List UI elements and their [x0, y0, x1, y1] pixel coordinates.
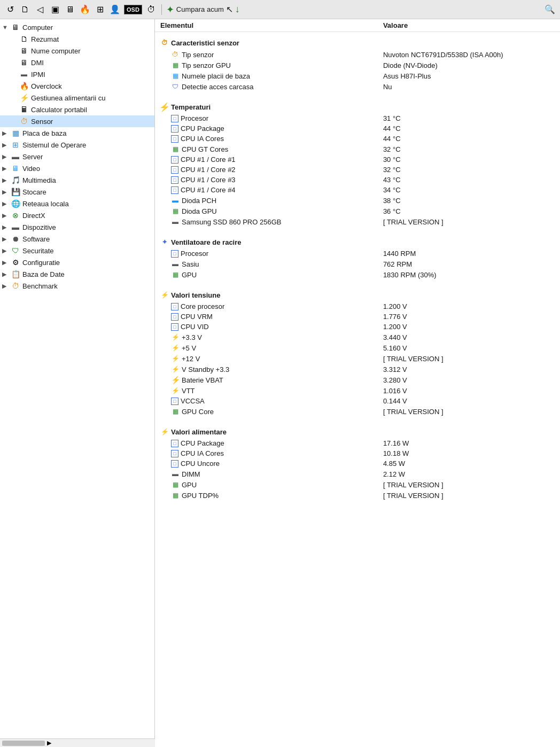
sidebar-item-gestiunea[interactable]: ⚡ Gestiunea alimentarii cu — [0, 92, 154, 104]
v12-icon: ⚡ — [171, 354, 180, 363]
sidebar-item-configuratie[interactable]: ▶ ⚙ Configuratie — [0, 256, 154, 268]
refresh-icon[interactable]: ↺ — [4, 4, 16, 15]
clock-icon[interactable]: ⏱ — [145, 4, 157, 15]
sasiu-value: 762 RPM — [378, 259, 560, 269]
section-valoriten-label: Valori tensiune — [171, 291, 220, 299]
sidebar-hscroll[interactable]: ▶ — [0, 738, 155, 747]
sidebar-label-securitate: Securitate — [22, 247, 54, 255]
gpu-core-volt-icon: ▦ — [171, 407, 180, 416]
expand-directx: ▶ — [2, 212, 10, 219]
cursor-icon: ↖ — [226, 4, 233, 14]
sidebar-item-sensor[interactable]: ⏱ Sensor — [0, 115, 154, 127]
sistemul-icon: ⊞ — [11, 140, 20, 150]
calculator-icon: 🖩 — [19, 105, 29, 114]
section-valoriali-label: Valori alimentare — [171, 428, 227, 436]
sidebar-item-sistemul[interactable]: ▶ ⊞ Sistemul de Operare — [0, 139, 154, 151]
sidebar-item-baza[interactable]: ▶ 📋 Baza de Date — [0, 268, 154, 280]
sidebar-item-stocare[interactable]: ▶ 💾 Stocare — [0, 186, 154, 198]
sidebar-item-video[interactable]: ▶ 🖥 Video — [0, 162, 154, 174]
sensor-table: Elementul Valoare ⏱ Caracteristici senzo… — [155, 19, 560, 501]
cpu-ia-cores-temp-label: CPU IA Cores — [181, 135, 224, 143]
sidebar-item-benchmark[interactable]: ▶ ⏱ Benchmark — [0, 280, 154, 292]
sidebar-item-reteaua[interactable]: ▶ 🌐 Reteaua locala — [0, 198, 154, 209]
dioda-pch-value: 38 °C — [378, 195, 560, 206]
buy-now-button[interactable]: ✦ Cumpara acum ↖ ↓ — [166, 4, 240, 15]
section-temperaturi: ⚡ Temperaturi — [155, 96, 560, 113]
col-value-header: Valoare — [378, 19, 560, 32]
sidebar-item-calculator[interactable]: 🖩 Calculator portabil — [0, 104, 154, 115]
server-icon: ▬ — [11, 152, 20, 161]
vstandby-icon: ⚡ — [171, 365, 180, 374]
sensor-section-icon: ⏱ — [160, 38, 169, 47]
star-icon: ✦ — [166, 4, 174, 15]
sidebar-item-placa[interactable]: ▶ ▦ Placa de baza — [0, 127, 154, 139]
cpu-gt-cores-temp-label: CPU GT Cores — [182, 145, 228, 153]
sidebar-item-directx[interactable]: ▶ ⊗ DirectX — [0, 209, 154, 221]
person-icon[interactable]: 👤 — [109, 4, 121, 15]
numecomputer-icon: 🖥 — [19, 46, 29, 56]
reteaua-icon: 🌐 — [11, 199, 20, 208]
sidebar-item-ipmi[interactable]: ▬ IPMI — [0, 68, 154, 80]
sidebar-item-software[interactable]: ▶ ⏺ Software — [0, 233, 154, 245]
sidebar-label-ipmi: IPMI — [31, 71, 45, 79]
placa-baza-value: Asus H87I-Plus — [378, 71, 560, 81]
sidebar-item-overclock[interactable]: 🔥 Overclock — [0, 80, 154, 92]
sidebar-label-rezumat: Rezumat — [31, 35, 59, 43]
sidebar-label-dmi: DMI — [31, 59, 44, 67]
expand-server: ▶ — [2, 153, 10, 160]
gpu-tdp-icon: ▦ — [171, 491, 180, 500]
v33-value: 3.440 V — [378, 332, 560, 343]
dioda-pch-label: Dioda PCH — [182, 197, 216, 205]
table-row: ▦CPU GT Cores 32 °C — [155, 144, 560, 154]
grid2-icon[interactable]: ⊞ — [94, 4, 106, 15]
sidebar-item-numecomputer[interactable]: 🖥 Nume computer — [0, 45, 154, 57]
sidebar-item-dispozitive[interactable]: ▶ ▬ Dispozitive — [0, 221, 154, 233]
table-row: ▬Dioda PCH 38 °C — [155, 195, 560, 206]
expand-video: ▶ — [2, 165, 10, 172]
detectie-icon: 🛡 — [171, 82, 180, 91]
dmi-icon: 🖥 — [19, 58, 29, 67]
sidebar-item-multimedia[interactable]: ▶ 🎵 Multimedia — [0, 174, 154, 186]
tip-senzor-gpu-icon: ▦ — [171, 61, 180, 69]
cpu1-core1-value: 30 °C — [378, 154, 560, 165]
tip-senzor-gpu-label: Tip senzor GPU — [182, 61, 231, 69]
cpu1-core3-label: CPU #1 / Core #3 — [181, 176, 236, 184]
hscroll-thumb[interactable] — [2, 741, 45, 746]
video-icon: 🖥 — [11, 164, 20, 173]
sidebar-item-rezumat[interactable]: 🗋 Rezumat — [0, 33, 154, 45]
osd-button[interactable]: OSD — [124, 5, 142, 14]
gpu-pwr-icon: ▦ — [171, 480, 180, 489]
baza-icon: 📋 — [11, 269, 20, 279]
back-icon[interactable]: ◁ — [34, 4, 46, 15]
search-icon[interactable]: 🔍 — [544, 4, 556, 15]
detectie-label: Detectie acces carcasa — [182, 83, 253, 91]
cpu-uncore-icon: □ — [171, 460, 178, 468]
table-row: ▬DIMM 2.12 W — [155, 469, 560, 479]
cpu1-core2-icon: □ — [171, 166, 178, 174]
dimm-label: DIMM — [182, 470, 200, 478]
procesor-temp-icon: □ — [171, 115, 178, 122]
fan-procesor-icon: □ — [171, 250, 178, 258]
sidebar-label-dispozitive: Dispozitive — [22, 223, 56, 231]
sidebar-label-benchmark: Benchmark — [22, 282, 58, 290]
table-row: ▦GPU 1830 RPM (30%) — [155, 269, 560, 280]
tip-senzor-icon: ⏱ — [171, 50, 180, 59]
cpu-package-pwr-label: CPU Package — [181, 439, 224, 447]
sidebar-label-directx: DirectX — [22, 212, 45, 220]
sidebar-item-server[interactable]: ▶ ▬ Server — [0, 151, 154, 162]
scroll-right-icon[interactable]: ▶ — [47, 740, 51, 746]
table-row: ⚡+5 V 5.160 V — [155, 343, 560, 353]
grid-icon[interactable]: ▣ — [49, 4, 61, 15]
table-row: □CPU Package 44 °C — [155, 123, 560, 134]
file-icon[interactable]: 🗋 — [19, 4, 31, 15]
dioda-gpu-label: Dioda GPU — [182, 207, 217, 215]
monitor-icon[interactable]: 🖥 — [64, 4, 76, 15]
cpu1-core3-value: 43 °C — [378, 175, 560, 185]
sidebar-item-computer[interactable]: ▼ 🖥 Computer — [0, 21, 154, 33]
sidebar-item-securitate[interactable]: ▶ 🛡 Securitate — [0, 245, 154, 256]
sidebar-label-computer: Computer — [22, 24, 53, 32]
section-temperaturi-label: Temperaturi — [171, 103, 211, 111]
tip-senzor-gpu-value: Diode (NV-Diode) — [378, 60, 560, 71]
sidebar-item-dmi[interactable]: 🖥 DMI — [0, 57, 154, 68]
fire-icon[interactable]: 🔥 — [79, 4, 91, 15]
